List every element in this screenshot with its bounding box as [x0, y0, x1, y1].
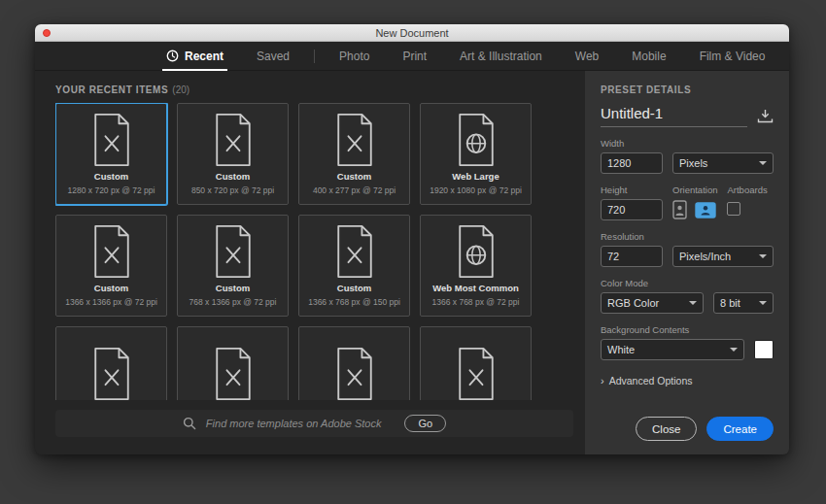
template-dimensions: 400 x 277 px @ 72 ppi: [313, 185, 396, 195]
tab-web[interactable]: Web: [571, 42, 602, 71]
bit-depth-select[interactable]: 8 bit: [713, 292, 774, 314]
width-input[interactable]: [601, 152, 663, 174]
template-dimensions: 1366 x 1366 px @ 72 ppi: [65, 297, 157, 307]
preset-details-heading: PRESET DETAILS: [601, 84, 774, 95]
template-card[interactable]: [55, 326, 167, 400]
tab-label: Saved: [257, 50, 290, 63]
template-name: Web Most Common: [432, 283, 519, 294]
template-icon: [89, 104, 134, 171]
template-icon: [332, 216, 377, 283]
artboards-checkbox[interactable]: [727, 202, 740, 216]
orientation-landscape-icon[interactable]: [695, 202, 716, 218]
template-dimensions: 1280 x 720 px @ 72 ppi: [68, 185, 155, 195]
resolution-input[interactable]: [601, 246, 663, 267]
template-icon: [211, 327, 256, 400]
search-input[interactable]: Find more templates on Adobe Stock: [206, 418, 382, 429]
resolution-unit-select[interactable]: Pixels/Inch: [672, 246, 774, 267]
document-icon: [454, 348, 499, 400]
template-card[interactable]: Custom 768 x 1366 px @ 72 ppi: [177, 215, 289, 317]
create-button[interactable]: Create: [706, 417, 774, 441]
chevron-right-icon: ›: [601, 375, 604, 386]
recent-items-count: (20): [172, 84, 189, 95]
tab-label: Film & Video: [700, 50, 766, 63]
document-icon: [332, 114, 377, 166]
template-card[interactable]: Custom 1366 x 768 px @ 150 ppi: [298, 215, 410, 317]
background-color-swatch[interactable]: [754, 340, 774, 359]
tab-photo[interactable]: Photo: [335, 42, 373, 71]
color-mode-label: Color Mode: [601, 278, 774, 288]
go-button[interactable]: Go: [404, 415, 446, 432]
height-input[interactable]: [601, 199, 663, 220]
template-icon: [89, 216, 134, 283]
color-mode-select[interactable]: RGB Color: [601, 292, 704, 314]
tab-saved[interactable]: Saved: [253, 42, 293, 71]
template-grid-viewport[interactable]: Custom 1280 x 720 px @ 72 ppi Custom 850…: [55, 103, 573, 400]
template-icon: [89, 327, 134, 400]
tab-art-illustration[interactable]: Art & Illustration: [456, 42, 546, 71]
background-contents-label: Background Contents: [601, 324, 774, 335]
web-document-icon: [454, 225, 499, 278]
template-name: Web Large: [452, 171, 499, 183]
document-icon: [332, 348, 377, 400]
background-contents-select[interactable]: White: [601, 339, 744, 360]
template-card[interactable]: Custom 400 x 277 px @ 72 ppi: [298, 103, 410, 205]
tab-print[interactable]: Print: [398, 42, 430, 71]
chevron-down-icon: [689, 301, 697, 305]
titlebar: New Document: [35, 24, 789, 42]
close-button[interactable]: Close: [636, 417, 697, 441]
preset-details-panel: PRESET DETAILS Untitled-1 Width Pixels H…: [585, 71, 789, 454]
document-name-input[interactable]: Untitled-1: [601, 105, 747, 127]
template-card[interactable]: Custom 1366 x 1366 px @ 72 ppi: [55, 215, 167, 317]
save-preset-icon[interactable]: [757, 109, 774, 127]
document-icon: [89, 114, 134, 166]
template-icon: [332, 327, 377, 400]
template-card[interactable]: Web Large 1920 x 1080 px @ 72 ppi: [420, 103, 532, 205]
new-document-dialog: New Document Recent Saved Photo Print Ar…: [35, 24, 789, 454]
tab-film-video[interactable]: Film & Video: [696, 42, 770, 71]
clock-icon: [166, 50, 179, 62]
tab-recent[interactable]: Recent: [162, 42, 227, 71]
template-card[interactable]: [298, 326, 410, 400]
tab-label: Art & Illustration: [460, 50, 542, 63]
template-card[interactable]: Web Most Common 1366 x 768 px @ 72 ppi: [420, 215, 532, 317]
advanced-options-toggle[interactable]: › Advanced Options: [601, 375, 774, 386]
tab-mobile[interactable]: Mobile: [628, 42, 670, 71]
template-name: Custom: [94, 283, 128, 294]
chevron-down-icon: [759, 254, 767, 258]
document-icon: [89, 225, 134, 278]
tab-label: Mobile: [632, 50, 666, 63]
document-icon: [211, 348, 256, 400]
template-card[interactable]: Custom 850 x 720 px @ 72 ppi: [177, 103, 289, 205]
template-dimensions: 1920 x 1080 px @ 72 ppi: [430, 185, 522, 195]
web-document-icon: [454, 114, 499, 166]
recent-items-panel: YOUR RECENT ITEMS(20) Custom 1280 x 720 …: [35, 71, 585, 454]
chevron-down-icon: [730, 348, 738, 352]
template-icon: [211, 104, 256, 171]
document-icon: [211, 114, 256, 166]
chevron-down-icon: [759, 161, 767, 165]
template-dimensions: 1366 x 768 px @ 150 ppi: [308, 297, 400, 307]
tab-label: Photo: [339, 50, 369, 63]
template-card[interactable]: [420, 326, 532, 400]
template-dimensions: 850 x 720 px @ 72 ppi: [191, 185, 274, 195]
orientation-portrait-icon[interactable]: [672, 200, 687, 219]
template-dimensions: 1366 x 768 px @ 72 ppi: [432, 297, 520, 307]
template-name: Custom: [337, 283, 371, 294]
template-icon: [332, 104, 377, 171]
document-icon: [211, 225, 256, 278]
template-icon: [211, 216, 256, 283]
tab-bar: Recent Saved Photo Print Art & Illustrat…: [35, 42, 789, 71]
tab-label: Web: [575, 50, 599, 63]
window-title: New Document: [35, 27, 789, 39]
template-card[interactable]: Custom 1280 x 720 px @ 72 ppi: [55, 103, 167, 205]
template-name: Custom: [216, 171, 250, 183]
width-unit-select[interactable]: Pixels: [672, 152, 774, 174]
template-name: Custom: [94, 171, 128, 183]
template-card[interactable]: [177, 326, 289, 400]
chevron-down-icon: [759, 301, 767, 305]
resolution-label: Resolution: [601, 231, 774, 242]
adobe-stock-search-bar: Find more templates on Adobe Stock Go: [55, 410, 573, 437]
document-icon: [332, 225, 377, 278]
search-icon: [183, 417, 196, 430]
recent-items-heading: YOUR RECENT ITEMS(20): [55, 84, 573, 95]
